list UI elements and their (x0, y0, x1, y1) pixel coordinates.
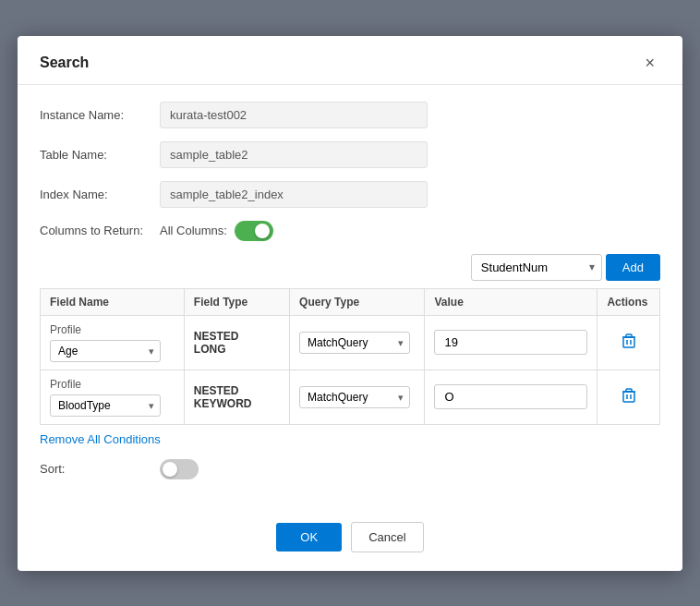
field-name-cell-2: Profile Age BloodType (41, 370, 185, 424)
dialog-footer: OK Cancel (18, 509, 682, 571)
col-actions: Actions (597, 288, 660, 315)
delete-button-2[interactable] (617, 386, 641, 408)
field-name-select-wrapper-1: Age BloodType (50, 340, 161, 362)
index-name-row: Index Name: (40, 181, 660, 208)
actions-cell-1 (597, 315, 660, 370)
close-button[interactable]: × (639, 53, 660, 73)
col-field-type: Field Type (184, 288, 289, 315)
field-type-cell-2: NESTEDKEYWORD (184, 370, 289, 424)
field-name-profile-label-2: Profile (50, 378, 175, 391)
table-row: Profile Age BloodType NESTEDKEYWORD (41, 370, 660, 424)
col-value: Value (425, 288, 597, 315)
value-cell-1 (425, 315, 597, 370)
value-cell-2 (425, 370, 597, 424)
query-type-select-2[interactable]: MatchQuery RangeQuery (299, 386, 410, 408)
index-name-label: Index Name: (40, 188, 160, 201)
field-type-cell-1: NESTEDLONG (184, 315, 289, 370)
query-select-wrapper-1: MatchQuery RangeQuery (299, 332, 410, 354)
query-type-cell-2: MatchQuery RangeQuery (290, 370, 425, 424)
field-select-wrapper: StudentNum Profile.Age Profile.BloodType (471, 254, 602, 281)
table-header-row: Field Name Field Type Query Type Value A… (41, 288, 660, 315)
value-input-1[interactable] (434, 330, 587, 355)
col-query-type: Query Type (290, 288, 425, 315)
instance-name-input[interactable] (160, 102, 428, 128)
cancel-button[interactable]: Cancel (351, 522, 423, 552)
table-name-row: Table Name: (40, 141, 660, 168)
dialog-body: Instance Name: Table Name: Index Name: C… (18, 85, 682, 509)
trash-icon-2 (622, 388, 635, 403)
field-name-cell: Profile Age BloodType (41, 315, 185, 370)
trash-icon-1 (622, 333, 635, 348)
all-columns-label: All Columns: (160, 224, 227, 237)
svg-rect-2 (626, 334, 632, 337)
svg-rect-0 (623, 337, 634, 347)
table-name-input[interactable] (160, 141, 428, 168)
columns-row: Columns to Return: All Columns: (40, 221, 660, 241)
sort-label: Sort: (40, 462, 160, 476)
instance-name-row: Instance Name: (40, 102, 660, 128)
dialog-title: Search (40, 55, 89, 71)
delete-button-1[interactable] (617, 332, 641, 354)
all-columns-toggle[interactable] (235, 221, 273, 241)
table-row: Profile Age BloodType NESTEDLONG Mat (41, 315, 660, 370)
sort-toggle[interactable] (160, 459, 199, 479)
instance-name-label: Instance Name: (40, 108, 160, 122)
query-select-wrapper-2: MatchQuery RangeQuery (299, 386, 410, 408)
value-input-2[interactable] (434, 384, 587, 409)
col-field-name: Field Name (41, 288, 185, 315)
all-columns-toggle-row: All Columns: (160, 221, 273, 241)
ok-button[interactable]: OK (276, 523, 342, 551)
index-name-input[interactable] (160, 181, 428, 208)
query-type-select-1[interactable]: MatchQuery RangeQuery (299, 332, 410, 354)
add-button[interactable]: Add (606, 254, 660, 281)
actions-cell-2 (597, 370, 660, 424)
field-name-select-wrapper-2: Age BloodType (50, 394, 161, 417)
remove-conditions-link[interactable]: Remove All Conditions (40, 432, 161, 446)
svg-rect-7 (626, 389, 632, 392)
field-name-select-2[interactable]: Age BloodType (50, 394, 161, 417)
svg-rect-5 (623, 392, 634, 402)
add-condition-toolbar: StudentNum Profile.Age Profile.BloodType… (40, 254, 660, 281)
search-dialog: Search × Instance Name: Table Name: Inde… (18, 36, 682, 571)
table-name-label: Table Name: (40, 148, 160, 162)
sort-row: Sort: (40, 459, 660, 479)
field-name-profile-label-1: Profile (50, 323, 175, 336)
field-dropdown[interactable]: StudentNum Profile.Age Profile.BloodType (471, 254, 602, 281)
field-name-select-1[interactable]: Age BloodType (50, 340, 161, 362)
dialog-header: Search × (18, 36, 682, 85)
conditions-table: Field Name Field Type Query Type Value A… (40, 288, 660, 425)
columns-label: Columns to Return: (40, 224, 160, 237)
query-type-cell-1: MatchQuery RangeQuery (290, 315, 425, 370)
